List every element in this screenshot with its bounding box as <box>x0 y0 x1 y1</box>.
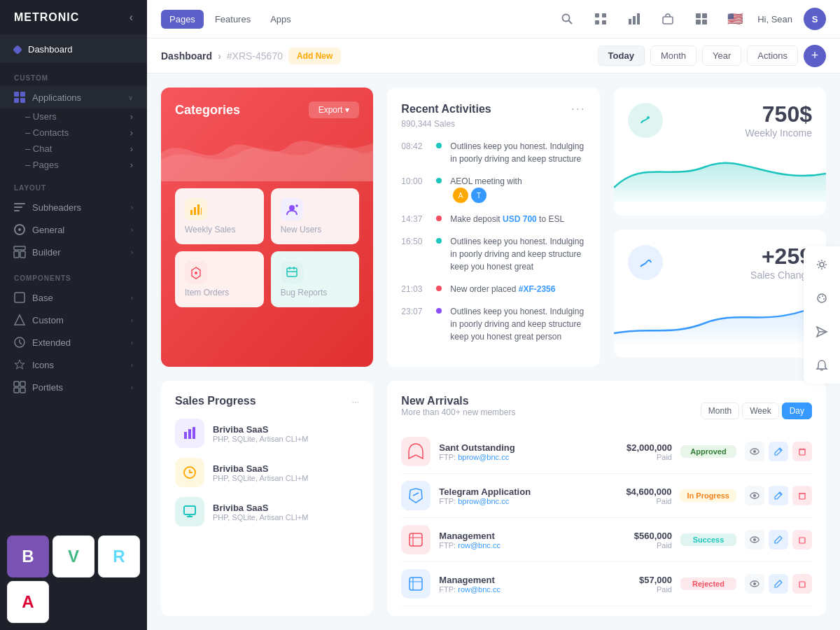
add-new-button[interactable]: Add New <box>288 48 341 64</box>
arrival-eye-btn-2[interactable] <box>745 530 764 550</box>
add-button[interactable]: + <box>804 45 826 67</box>
sidebar-item-general[interactable]: General › <box>0 218 147 241</box>
weekly-income-card: 750$ Weekly Income <box>614 88 826 216</box>
sales-item-1: Briviba SaaS PHP, SQLite, Artisan CLI+M <box>175 458 359 487</box>
general-chevron-icon: › <box>131 226 133 234</box>
flag-icon[interactable]: 🇺🇸 <box>724 8 746 30</box>
topnav-apps-link[interactable]: Apps <box>262 10 300 29</box>
notification-icon[interactable] <box>811 354 833 377</box>
react-icon[interactable]: R <box>98 536 140 578</box>
sidebar-item-custom[interactable]: Custom › <box>0 309 147 331</box>
period-month-button[interactable]: Month <box>650 46 696 66</box>
palette-icon[interactable] <box>811 287 833 309</box>
arrival-delete-btn-3[interactable] <box>792 574 812 594</box>
new-users-icon <box>281 198 303 220</box>
sidebar-sub-pages[interactable]: – Pages › <box>0 157 147 173</box>
topnav-features-link[interactable]: Features <box>206 10 259 29</box>
settings-icon[interactable] <box>811 253 833 276</box>
svg-rect-6 <box>14 210 20 211</box>
shopping-bag-icon[interactable] <box>657 8 679 30</box>
portlets-chevron-icon: › <box>131 384 133 391</box>
sales-change-top: +259 Sales Change <box>628 244 812 281</box>
sidebar-sub-contacts[interactable]: – Contacts › <box>0 125 147 141</box>
activity-dot-teal-3 <box>436 238 442 244</box>
export-button[interactable]: Export ▾ <box>309 102 360 118</box>
sidebar-dashboard-item[interactable]: Dashboard <box>0 36 147 63</box>
general-icon <box>14 224 25 235</box>
arrival-eye-btn-0[interactable] <box>745 442 764 461</box>
activities-subtitle: 890,344 Sales <box>401 119 585 129</box>
sidebar-sub-chat[interactable]: – Chat › <box>0 141 147 157</box>
user-avatar[interactable]: S <box>804 8 826 30</box>
period-today-button[interactable]: Today <box>598 46 645 66</box>
arrival-edit-btn-3[interactable] <box>769 574 788 594</box>
sidebar-item-base[interactable]: Base › <box>0 286 147 309</box>
sidebar-sub-users[interactable]: – Users › <box>0 108 147 125</box>
grid-icon[interactable] <box>589 8 612 30</box>
svg-rect-17 <box>14 382 19 386</box>
actions-button[interactable]: Actions <box>747 46 798 66</box>
arrival-delete-btn-1[interactable] <box>792 486 812 505</box>
arrivals-week-btn[interactable]: Week <box>742 402 778 419</box>
arrival-edit-btn-1[interactable] <box>769 486 788 505</box>
chart-icon[interactable] <box>623 8 645 30</box>
activities-more-icon[interactable]: ··· <box>571 102 586 116</box>
activity-time-1650: 16:50 <box>401 237 428 246</box>
arrival-delete-btn-0[interactable] <box>792 442 812 461</box>
breadcrumb: Dashboard › #XRS-45670 Add New <box>161 48 341 64</box>
send-icon[interactable] <box>811 321 833 343</box>
activity-item-0842: 08:42 Outlines keep you honest. Indulgin… <box>401 140 585 165</box>
categories-header: Categories Export ▾ <box>175 102 359 118</box>
period-year-button[interactable]: Year <box>702 46 741 66</box>
search-icon[interactable] <box>556 8 578 30</box>
arrivals-month-btn[interactable]: Month <box>701 402 739 419</box>
bootstrap-icon[interactable]: B <box>7 536 49 578</box>
activity-time-0842: 08:42 <box>401 141 428 151</box>
categories-title: Categories <box>175 103 240 118</box>
svg-point-88 <box>819 297 820 298</box>
topnav-pages-link[interactable]: Pages <box>161 10 204 29</box>
arrival-eye-btn-3[interactable] <box>745 574 764 594</box>
mini-card-bug-reports: Bug Reports <box>271 251 360 307</box>
sales-change-icon <box>628 245 663 280</box>
sidebar-item-applications[interactable]: Applications ∨ <box>0 86 147 108</box>
svg-rect-27 <box>629 19 631 24</box>
sales-progress-more-icon[interactable]: ··· <box>351 396 359 407</box>
activity-time-1000: 10:00 <box>401 176 428 186</box>
svg-point-62 <box>753 450 756 453</box>
sales-item-1-name: Briviba SaaS <box>213 463 359 474</box>
arrival-info-1: Telegram Application FTP: bprow@bnc.cc <box>439 486 600 505</box>
activity-text-2103: New order placed #XF-2356 <box>450 283 555 295</box>
activity-text-1650: Outlines keep you honest. Indulging in p… <box>450 235 585 273</box>
subheaders-icon <box>14 202 25 213</box>
arrivals-day-btn[interactable]: Day <box>782 402 812 419</box>
applications-chevron-icon: ∨ <box>128 94 133 102</box>
sales-change-value: +259 <box>750 244 812 270</box>
sidebar-item-builder[interactable]: Builder › <box>0 241 147 263</box>
vue-icon[interactable]: V <box>52 536 94 578</box>
sidebar-logo: METRONIC ‹ <box>0 0 147 36</box>
activities-title: Recent Activities <box>401 103 491 115</box>
wave-chart <box>161 125 373 181</box>
item-orders-icon <box>185 261 207 284</box>
arrival-edit-btn-2[interactable] <box>769 530 788 550</box>
svg-point-89 <box>822 295 823 297</box>
angular-icon[interactable]: A <box>7 581 49 623</box>
arrival-delete-btn-2[interactable] <box>792 530 812 550</box>
arrival-amount-1: $4,600,000 <box>608 486 671 497</box>
sales-item-2-icon <box>175 497 204 526</box>
arrival-eye-btn-1[interactable] <box>745 486 764 505</box>
apps-grid-icon[interactable] <box>690 8 713 30</box>
arrival-ftp-0: FTP: bprow@bnc.cc <box>439 453 601 461</box>
svg-rect-2 <box>14 98 19 103</box>
pages-chevron-icon: › <box>130 160 133 170</box>
user-greeting: Hi, Sean <box>757 14 792 24</box>
arrival-info-3: Management FTP: row@bnc.cc <box>439 575 601 594</box>
sidebar-toggle[interactable]: ‹ <box>130 11 133 24</box>
sidebar-item-extended[interactable]: Extended › <box>0 331 147 354</box>
arrival-info-2: Management FTP: row@bnc.cc <box>439 531 601 550</box>
sidebar-item-subheaders[interactable]: Subheaders › <box>0 196 147 218</box>
arrival-edit-btn-0[interactable] <box>769 442 788 461</box>
sidebar-item-portlets[interactable]: Portlets › <box>0 376 147 398</box>
sidebar-item-icons[interactable]: Icons › <box>0 354 147 376</box>
